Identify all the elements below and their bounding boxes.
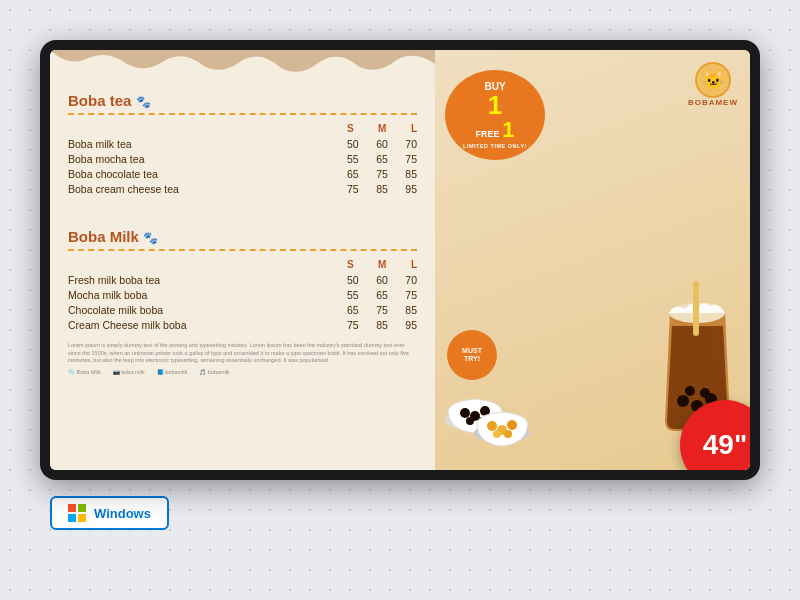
item-name: Fresh milk boba tea: [68, 274, 347, 286]
menu-panel: Boba tea 🐾 S M L Boba milk tea: [50, 50, 435, 470]
svg-point-18: [504, 430, 512, 438]
menu-item: Boba milk tea 506070: [68, 138, 417, 150]
promo-badge: BUY 1 FREE 1 LIMITED TIME ONLY!: [445, 70, 545, 160]
item-name: Chocolate milk boba: [68, 304, 347, 316]
footer-social: 🫧 Boba Milk 📷 boba.milk 📘 bobamilk 🎵 bob…: [68, 369, 417, 375]
svg-point-1: [677, 395, 689, 407]
item-name: Boba cream cheese tea: [68, 183, 347, 195]
windows-icon: [68, 504, 86, 522]
item-prices: 758595: [347, 183, 417, 195]
size-s-label: S: [347, 259, 354, 270]
must-try-badge: MUSTTRY!: [447, 330, 497, 380]
footer-text: Lorem ipsum is simply dummy text of the …: [68, 342, 417, 365]
brand-name: BOBAMEW: [688, 98, 738, 107]
section1-divider: [68, 113, 417, 115]
windows-icon-yellow: [78, 514, 86, 522]
free-label: FREE 1: [476, 118, 515, 142]
monitor-frame: Boba tea 🐾 S M L Boba milk tea: [40, 40, 760, 480]
brand-logo: 🐱 BOBAMEW: [688, 62, 738, 107]
section2-price-headers: S M L: [347, 259, 417, 270]
item-name: Cream Cheese milk boba: [68, 319, 347, 331]
section2: Boba Milk 🐾 S M L Fresh milk boba tea: [68, 206, 417, 334]
item-prices: 556575: [347, 153, 417, 165]
svg-point-8: [460, 408, 470, 418]
item-prices: 506070: [347, 274, 417, 286]
menu-item: Cream Cheese milk boba 758595: [68, 319, 417, 331]
item-name: Boba mocha tea: [68, 153, 347, 165]
size-l-label: L: [411, 123, 417, 134]
item-prices: 556575: [347, 289, 417, 301]
svg-point-16: [507, 420, 517, 430]
cat-icon: 🐱: [695, 62, 731, 98]
free-number: 1: [488, 92, 502, 118]
menu-item: Boba cream cheese tea 758595: [68, 183, 417, 195]
section2-title: Boba Milk 🐾: [68, 228, 417, 245]
windows-button[interactable]: Windows: [50, 496, 169, 530]
menu-item: Mocha milk boba 556575: [68, 289, 417, 301]
svg-rect-6: [693, 281, 699, 336]
item-name: Boba chocolate tea: [68, 168, 347, 180]
windows-label: Windows: [94, 506, 151, 521]
size-m-label: M: [378, 259, 386, 270]
section1: Boba tea 🐾 S M L Boba milk tea: [68, 70, 417, 198]
drip-decoration: [50, 50, 435, 78]
svg-point-17: [493, 430, 501, 438]
svg-point-5: [700, 388, 710, 398]
section2-divider: [68, 249, 417, 251]
must-try-label: MUSTTRY!: [462, 347, 482, 364]
section1-price-headers: S M L: [347, 123, 417, 134]
svg-point-14: [487, 421, 497, 431]
menu-item: Fresh milk boba tea 506070: [68, 274, 417, 286]
section1-title: Boba tea 🐾: [68, 92, 417, 109]
item-name: Mocha milk boba: [68, 289, 347, 301]
size-m-label: M: [378, 123, 386, 134]
size-l-label: L: [411, 259, 417, 270]
section2-header: S M L: [68, 259, 417, 270]
item-prices: 506070: [347, 138, 417, 150]
windows-icon-green: [78, 504, 86, 512]
bowl-orange-pearls: [470, 398, 535, 452]
item-prices: 758595: [347, 319, 417, 331]
monitor-screen: Boba tea 🐾 S M L Boba milk tea: [50, 50, 750, 470]
section1-header: S M L: [68, 123, 417, 134]
page-wrapper: Boba tea 🐾 S M L Boba milk tea: [20, 40, 780, 560]
item-name: Boba milk tea: [68, 138, 347, 150]
menu-item: Boba mocha tea 556575: [68, 153, 417, 165]
svg-point-4: [685, 386, 695, 396]
menu-item: Chocolate milk boba 657585: [68, 304, 417, 316]
promo-panel: BUY 1 FREE 1 LIMITED TIME ONLY! 🐱 BOBAME…: [435, 50, 750, 470]
size-s-label: S: [347, 123, 354, 134]
windows-icon-blue: [68, 514, 76, 522]
menu-item: Boba chocolate tea 657585: [68, 168, 417, 180]
limited-label: LIMITED TIME ONLY!: [463, 143, 527, 149]
windows-icon-red: [68, 504, 76, 512]
item-prices: 657585: [347, 304, 417, 316]
item-prices: 657585: [347, 168, 417, 180]
